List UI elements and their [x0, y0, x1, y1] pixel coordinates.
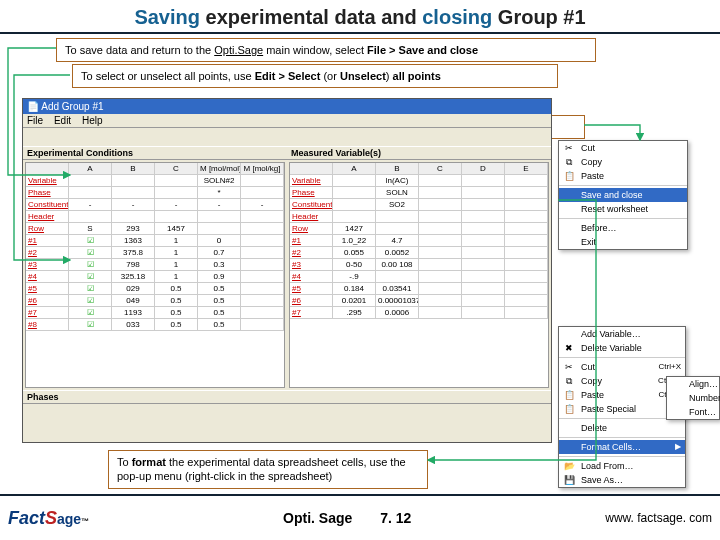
menu-item-exit[interactable]: Exit: [559, 235, 687, 249]
ctx-load-from[interactable]: 📂Load From…: [559, 459, 685, 473]
menu-item-copy[interactable]: ⧉Copy: [559, 155, 687, 169]
factsage-logo: FactSage™: [8, 508, 89, 529]
format-cells-submenu[interactable]: Align… Number… Font…: [666, 376, 720, 420]
menu-file[interactable]: File: [27, 115, 43, 126]
submenu-arrow-icon: ▶: [675, 442, 681, 451]
grid-experimental[interactable]: ABCM [mol/mol]M [mol/kg] VariableSOLN#2 …: [25, 162, 285, 388]
callout-select-points: To select or unselect all points, use Ed…: [72, 64, 558, 88]
section-measured-vars: Measured Variable(s): [287, 146, 551, 160]
footer-version: 7. 12: [380, 510, 411, 526]
title-kw-closing: closing: [422, 6, 492, 28]
menu-item-save-close[interactable]: Save and close: [559, 188, 687, 202]
delete-icon: ✖: [563, 342, 575, 354]
fmt-font[interactable]: Font…: [667, 405, 719, 419]
section-phases: Phases: [23, 390, 551, 404]
title-kw-saving: Saving: [134, 6, 200, 28]
callout-save-close: To save data and return to the Opti.Sage…: [56, 38, 596, 62]
window-titlebar: 📄 Add Group #1: [23, 99, 551, 114]
scissors-icon: ✂: [563, 142, 575, 154]
save-icon: 💾: [563, 474, 575, 486]
copy-icon: ⧉: [563, 375, 575, 387]
menu-help[interactable]: Help: [82, 115, 103, 126]
copy-icon: ⧉: [563, 156, 575, 168]
ctx-save-as[interactable]: 💾Save As…: [559, 473, 685, 487]
file-menu-popup[interactable]: ✂Cut ⧉Copy 📋Paste Save and close Reset w…: [558, 140, 688, 250]
ctx-cut[interactable]: ✂CutCtrl+X: [559, 360, 685, 374]
paste-icon: 📋: [563, 170, 575, 182]
fmt-align[interactable]: Align…: [667, 377, 719, 391]
menu-item-before[interactable]: Before…: [559, 221, 687, 235]
slide-title: Saving experimental data and closing Gro…: [0, 0, 720, 32]
ctx-delete[interactable]: Delete: [559, 421, 685, 435]
ctx-delete-variable[interactable]: ✖Delete Variable: [559, 341, 685, 355]
footer-product: Opti. Sage: [283, 510, 352, 526]
menu-item-cut[interactable]: ✂Cut: [559, 141, 687, 155]
footer: FactSage™ Opti. Sage7. 12 www. factsage.…: [0, 494, 720, 540]
menubar[interactable]: File Edit Help: [23, 114, 551, 128]
ctx-format-cells[interactable]: Format Cells…▶: [559, 440, 685, 454]
paste-icon: 📋: [563, 389, 575, 401]
open-icon: 📂: [563, 460, 575, 472]
paste-special-icon: 📋: [563, 403, 575, 415]
ctx-add-variable[interactable]: Add Variable…: [559, 327, 685, 341]
scissors-icon: ✂: [563, 361, 575, 373]
menu-edit[interactable]: Edit: [54, 115, 71, 126]
title-rule: [0, 32, 720, 34]
add-group-window: 📄 Add Group #1 File Edit Help Experiment…: [22, 98, 552, 443]
menu-item-paste[interactable]: 📋Paste: [559, 169, 687, 183]
section-exp-conditions: Experimental Conditions: [23, 146, 287, 160]
fmt-number[interactable]: Number…: [667, 391, 719, 405]
menu-item-reset[interactable]: Reset worksheet: [559, 202, 687, 216]
callout-format-cells: To format the experimental data spreadsh…: [108, 450, 428, 489]
footer-url: www. factsage. com: [605, 511, 712, 525]
grid-measured[interactable]: ABCDE Variableln(AC) PhaseSOLN Constitue…: [289, 162, 549, 388]
